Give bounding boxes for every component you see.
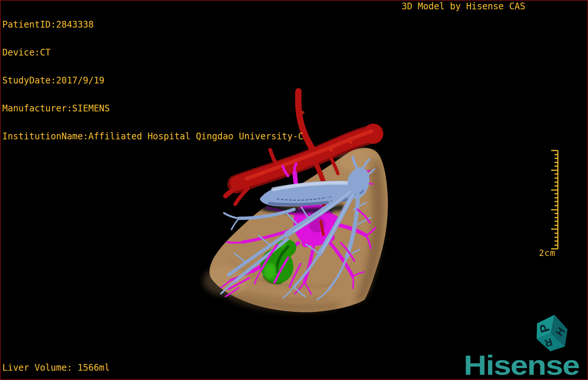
watermark-title: 3D Model by Hisense CAS xyxy=(402,2,525,11)
manufacturer-line: Manufacturer:SIEMENS xyxy=(2,104,303,113)
3d-viewport[interactable]: P H R PatientID:2843338 Device:CT StudyD… xyxy=(0,0,588,380)
hisense-logo: Hisense xyxy=(464,352,579,379)
device-line: Device:CT xyxy=(2,48,303,57)
orientation-cube[interactable]: P H R xyxy=(537,315,568,351)
scale-label: 2cm xyxy=(539,248,556,258)
scale-ruler xyxy=(551,151,558,249)
institution-line: InstitutionName:Affiliated Hospital Qing… xyxy=(2,132,303,141)
study-date-line: StudyDate:2017/9/19 xyxy=(2,76,303,85)
patient-info-block: PatientID:2843338 Device:CT StudyDate:20… xyxy=(2,1,303,160)
patient-id-line: PatientID:2843338 xyxy=(2,20,303,29)
liver-volume-label: Liver Volume: 1566ml xyxy=(2,363,110,373)
